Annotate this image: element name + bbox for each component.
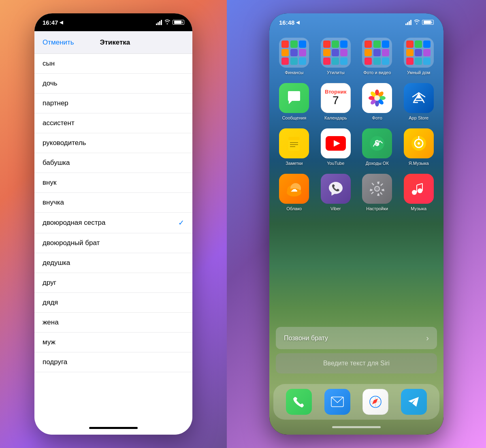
list-item-9[interactable]: двоюродная сестра ✓ bbox=[34, 213, 192, 233]
siri-suggestion[interactable]: Позвони брату › bbox=[276, 327, 437, 349]
app-calendar[interactable]: Вторник 7 Календарь bbox=[318, 83, 354, 120]
app-smart-home[interactable]: Умный дом bbox=[401, 38, 437, 75]
list-item-label: внук bbox=[43, 179, 56, 187]
folder-mini-icon bbox=[415, 49, 422, 56]
svg-line-33 bbox=[417, 183, 422, 185]
list-item-1[interactable]: сын bbox=[34, 54, 192, 74]
app-grid: Финансы Утилиты Фото и видео Умный дом С… bbox=[276, 31, 437, 218]
app-yandex-music[interactable]: Я.Музыка bbox=[401, 128, 437, 166]
siri-suggestion-text: Позвони брату bbox=[284, 335, 328, 342]
home-indicator-bar bbox=[89, 427, 138, 429]
app-settings[interactable]: Настройки bbox=[359, 174, 396, 211]
svg-text:☁: ☁ bbox=[290, 185, 298, 193]
left-phone-container: 16:47 ◀ Отменить bbox=[0, 0, 227, 448]
list-item-label: двоюродный брат bbox=[43, 239, 100, 247]
folder-mini-icon bbox=[332, 49, 339, 56]
list-item-11[interactable]: дедушка bbox=[34, 253, 192, 273]
checkmark-icon: ✓ bbox=[178, 218, 184, 227]
list-item-2[interactable]: дочь bbox=[34, 74, 192, 94]
safari-dock-icon bbox=[362, 389, 388, 415]
app-photos[interactable]: Фото bbox=[359, 83, 396, 120]
app-label-music: Музыка bbox=[411, 206, 426, 211]
list-item-3[interactable]: партнер bbox=[34, 94, 192, 113]
appstore-icon bbox=[404, 83, 434, 113]
folder-mini-icon bbox=[373, 41, 381, 48]
app-label-messages: Сообщения bbox=[282, 115, 306, 120]
folder-mini-icon bbox=[323, 49, 330, 56]
list-item-label: партнер bbox=[43, 99, 68, 107]
app-label-calendar: Календарь bbox=[324, 115, 347, 120]
folder-mini-icon bbox=[406, 58, 414, 65]
app-music[interactable]: Музыка bbox=[401, 174, 437, 211]
list-item-label: дедушка bbox=[43, 259, 70, 267]
list-item-12[interactable]: друг bbox=[34, 273, 192, 293]
dock-app-mail[interactable] bbox=[324, 389, 350, 415]
app-label-viber: Viber bbox=[330, 206, 341, 211]
list-item-8[interactable]: внучка bbox=[34, 193, 192, 213]
folder-mini-icon bbox=[340, 49, 347, 56]
left-status-bar: 16:47 ◀ bbox=[34, 13, 192, 31]
app-label-photo-video: Фото и видео bbox=[363, 70, 391, 75]
nav-title: Этикетка bbox=[100, 38, 130, 47]
svg-marker-38 bbox=[372, 399, 378, 404]
wifi-icon bbox=[164, 19, 171, 26]
app-label-finances: Финансы bbox=[285, 70, 303, 75]
left-location-icon: ◀ bbox=[60, 20, 63, 25]
battery-icon bbox=[173, 20, 184, 25]
mail-dock-icon bbox=[324, 389, 350, 415]
smart-home-icon bbox=[404, 38, 434, 68]
dock-app-phone[interactable] bbox=[286, 389, 312, 415]
photo-video-icon bbox=[362, 38, 392, 68]
list-item-7[interactable]: внук bbox=[34, 173, 192, 193]
siri-input-placeholder: Введите текст для Siri bbox=[323, 360, 390, 367]
app-finances[interactable]: Финансы bbox=[276, 38, 313, 75]
right-phone-container: 16:48 ◀ bbox=[227, 0, 486, 448]
telegram-dock-icon bbox=[401, 389, 427, 415]
folder-mini-icon bbox=[415, 41, 422, 48]
dock-app-telegram[interactable] bbox=[401, 389, 427, 415]
dock-app-safari[interactable] bbox=[362, 389, 388, 415]
app-cloud[interactable]: ☁ Облако bbox=[276, 174, 313, 211]
list-item-label: ассистент bbox=[43, 119, 75, 127]
app-label-cloud: Облако bbox=[286, 206, 302, 211]
list-item-label: двоюродная сестра bbox=[43, 219, 105, 227]
income-icon: $ bbox=[362, 128, 392, 158]
folder-mini-icon bbox=[415, 58, 422, 65]
list-item-13[interactable]: дядя bbox=[34, 293, 192, 313]
list-item-label: жена bbox=[43, 318, 59, 326]
right-location-icon: ◀ bbox=[296, 20, 299, 25]
app-viber[interactable]: 📞 Viber bbox=[318, 174, 354, 211]
siri-arrow-icon: › bbox=[426, 333, 429, 343]
viber-icon: 📞 bbox=[321, 174, 351, 204]
list-item-label: руководитель bbox=[43, 139, 86, 147]
list-item-4[interactable]: ассистент bbox=[34, 113, 192, 133]
folder-mini-icon bbox=[323, 41, 330, 48]
svg-point-30 bbox=[375, 187, 379, 191]
list-item-5[interactable]: руководитель bbox=[34, 133, 192, 153]
app-notes[interactable]: Заметки bbox=[276, 128, 313, 166]
home-indicator-wrapper bbox=[269, 426, 443, 435]
list-item-6[interactable]: бабушка bbox=[34, 153, 192, 173]
cancel-button[interactable]: Отменить bbox=[43, 38, 74, 47]
siri-input-bar[interactable]: Введите текст для Siri bbox=[276, 353, 437, 373]
app-utilities[interactable]: Утилиты bbox=[318, 38, 354, 75]
folder-mini-icon bbox=[323, 58, 330, 65]
label-list: сын дочь партнер ассистент руководитель … bbox=[34, 54, 192, 421]
app-appstore[interactable]: App Store bbox=[401, 83, 437, 120]
app-photo-video[interactable]: Фото и видео bbox=[359, 38, 396, 75]
folder-mini-icon bbox=[299, 58, 306, 65]
list-item-label: сын bbox=[43, 60, 55, 68]
list-item-10[interactable]: двоюродный брат bbox=[34, 233, 192, 253]
list-item-16[interactable]: подруга bbox=[34, 352, 192, 372]
list-item-label: подруга bbox=[43, 358, 67, 366]
folder-mini-icon bbox=[340, 58, 347, 65]
list-item-14[interactable]: жена bbox=[34, 313, 192, 333]
list-item-15[interactable]: муж bbox=[34, 333, 192, 352]
cloud-icon: ☁ bbox=[279, 174, 309, 204]
app-income[interactable]: $ Доходы ОК bbox=[359, 128, 396, 166]
folder-mini-icon bbox=[281, 49, 289, 56]
app-youtube[interactable]: YouTube bbox=[318, 128, 354, 166]
right-home-indicator bbox=[332, 426, 381, 428]
app-label-settings: Настройки bbox=[366, 206, 388, 211]
app-messages[interactable]: Сообщения bbox=[276, 83, 313, 120]
